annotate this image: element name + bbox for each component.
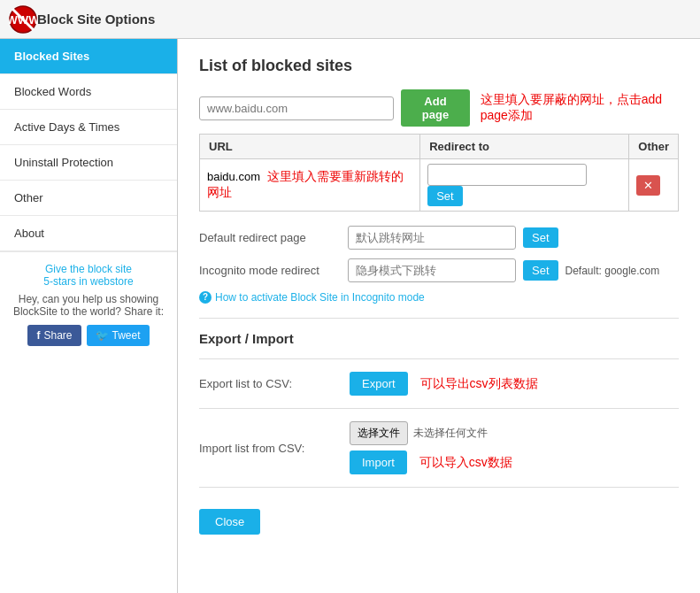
sidebar: Blocked Sites Blocked Words Active Days … xyxy=(0,39,178,593)
divider-2 xyxy=(199,358,679,359)
twitter-tweet-button[interactable]: 🐦 Tweet xyxy=(87,325,150,346)
add-annotation: 这里填入要屏蔽的网址，点击add page添加 xyxy=(481,92,679,124)
remove-button[interactable]: ✕ xyxy=(636,175,660,196)
default-redirect-input[interactable] xyxy=(348,226,516,250)
incognito-label: Incognito mode redirect xyxy=(199,264,341,277)
sidebar-item-blocked-sites[interactable]: Blocked Sites xyxy=(0,39,177,74)
sidebar-promo: Give the block site 5-stars in webstore … xyxy=(0,251,177,357)
divider-4 xyxy=(199,487,679,488)
choose-file-button[interactable]: 选择文件 xyxy=(350,421,408,445)
app-header: WWW Block Site Options xyxy=(0,0,700,39)
header-title: Block Site Options xyxy=(37,12,155,27)
export-label: Export list to CSV: xyxy=(199,377,341,390)
incognito-set-button[interactable]: Set xyxy=(523,260,558,281)
page-title: List of blocked sites xyxy=(199,57,679,75)
col-redirect: Redirect to xyxy=(420,135,629,159)
default-redirect-label: Default redirect page xyxy=(199,231,341,244)
col-url: URL xyxy=(200,135,420,159)
app-logo: WWW xyxy=(9,5,37,34)
help-icon: ? xyxy=(199,291,212,304)
url-input[interactable] xyxy=(199,96,394,120)
row-other: ✕ xyxy=(629,159,679,212)
file-row: 选择文件 未选择任何文件 xyxy=(350,421,512,445)
table-row: baidu.com 这里填入需要重新跳转的网址 Set ✕ xyxy=(200,159,679,212)
incognito-input[interactable] xyxy=(348,258,516,282)
row-url: baidu.com 这里填入需要重新跳转的网址 xyxy=(200,159,420,212)
main-content: List of blocked sites Add page 这里填入要屏蔽的网… xyxy=(178,39,700,593)
close-button[interactable]: Close xyxy=(199,509,260,535)
import-annotation: 可以导入csv数据 xyxy=(419,455,512,471)
redirect-input[interactable] xyxy=(427,164,587,186)
add-page-button[interactable]: Add page xyxy=(401,89,470,127)
row-redirect: Set xyxy=(420,159,629,212)
blocked-sites-table: URL Redirect to Other baidu.com 这里填入需要重新… xyxy=(199,134,679,212)
col-other: Other xyxy=(629,135,679,159)
promo-link[interactable]: Give the block site 5-stars in webstore xyxy=(43,263,133,288)
incognito-default: Default: google.com xyxy=(565,265,660,277)
add-url-row: Add page 这里填入要屏蔽的网址，点击add page添加 xyxy=(199,89,679,127)
import-row: Import list from CSV: 选择文件 未选择任何文件 Impor… xyxy=(199,421,679,474)
export-import-title: Export / Import xyxy=(199,331,679,346)
default-redirect-row: Default redirect page Set xyxy=(199,226,679,250)
sidebar-item-active-days-times[interactable]: Active Days & Times xyxy=(0,110,177,145)
import-label: Import list from CSV: xyxy=(199,442,341,455)
export-annotation: 可以导出csv列表数据 xyxy=(420,376,538,392)
import-button[interactable]: Import xyxy=(350,451,407,474)
redirect-set-button[interactable]: Set xyxy=(427,186,463,206)
sidebar-item-blocked-words[interactable]: Blocked Words xyxy=(0,74,177,110)
default-redirect-set-button[interactable]: Set xyxy=(523,227,558,248)
no-file-label: 未选择任何文件 xyxy=(413,426,488,441)
sidebar-item-about[interactable]: About xyxy=(0,216,177,251)
divider-1 xyxy=(199,318,679,319)
facebook-icon: f xyxy=(36,329,40,342)
sidebar-item-other[interactable]: Other xyxy=(0,181,177,216)
promo-body: Hey, can you help us showing BlockSite t… xyxy=(9,293,168,318)
twitter-icon: 🐦 xyxy=(96,329,109,342)
facebook-share-button[interactable]: f Share xyxy=(27,325,81,346)
sidebar-item-uninstall-protection[interactable]: Uninstall Protection xyxy=(0,145,177,181)
incognito-redirect-row: Incognito mode redirect Set Default: goo… xyxy=(199,258,679,282)
import-group: 选择文件 未选择任何文件 Import 可以导入csv数据 xyxy=(350,421,512,474)
export-row: Export list to CSV: Export 可以导出csv列表数据 xyxy=(199,372,679,396)
help-link[interactable]: ? How to activate Block Site in Incognit… xyxy=(199,291,679,304)
divider-3 xyxy=(199,408,679,409)
export-button[interactable]: Export xyxy=(350,372,408,396)
